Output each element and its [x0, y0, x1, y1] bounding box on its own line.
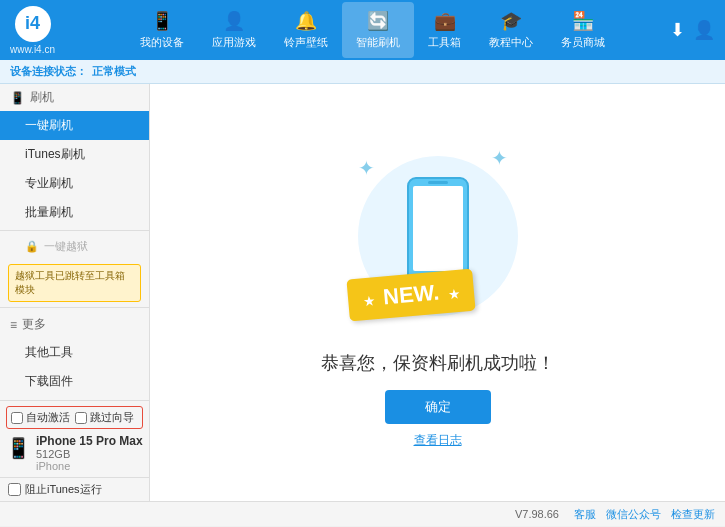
success-title: 恭喜您，保资料刷机成功啦！ — [321, 351, 555, 375]
nav-tutorials[interactable]: 🎓 教程中心 — [475, 2, 547, 58]
itunes-flash-label: iTunes刷机 — [25, 147, 85, 161]
device-name: iPhone 15 Pro Max — [36, 434, 143, 448]
sidebar-item-batch-flash[interactable]: 批量刷机 — [0, 198, 149, 227]
flash-group-label: 刷机 — [30, 89, 54, 106]
download-fw-label: 下载固件 — [25, 374, 73, 388]
device-info: 📱 iPhone 15 Pro Max 512GB iPhone — [6, 434, 143, 472]
footer-customer-service[interactable]: 客服 — [574, 507, 596, 522]
sidebar-container: 📱 刷机 一键刷机 iTunes刷机 专业刷机 批量刷机 🔒 一键越狱 — [0, 84, 150, 501]
jailbreak-label: 一键越狱 — [44, 239, 88, 254]
sidebar-item-itunes-flash[interactable]: iTunes刷机 — [0, 140, 149, 169]
batch-flash-label: 批量刷机 — [25, 205, 73, 219]
lock-icon: 🔒 — [25, 240, 39, 253]
nav-tutorials-label: 教程中心 — [489, 35, 533, 50]
sidebar-item-other-tools[interactable]: 其他工具 — [0, 338, 149, 367]
sidebar-divider-2 — [0, 307, 149, 308]
user-btn[interactable]: 👤 — [693, 19, 715, 41]
version-label: V7.98.66 — [515, 508, 559, 520]
device-details: iPhone 15 Pro Max 512GB iPhone — [36, 434, 143, 472]
sparkle-2-icon: ✦ — [491, 146, 508, 170]
logo-icon: i4 — [15, 6, 51, 42]
my-device-icon: 📱 — [151, 10, 173, 32]
view-log-link[interactable]: 查看日志 — [414, 432, 462, 449]
auto-activate-label: 自动激活 — [26, 410, 70, 425]
status-value: 正常模式 — [92, 64, 136, 79]
sparkle-1-icon: ✦ — [358, 156, 375, 180]
auto-activate-input[interactable] — [11, 412, 23, 424]
logo-url: www.i4.cn — [10, 44, 55, 55]
sidebar-divider-1 — [0, 230, 149, 231]
more-label: 更多 — [22, 316, 46, 333]
footer-check-update[interactable]: 检查更新 — [671, 507, 715, 522]
sidebar-item-pro-flash[interactable]: 专业刷机 — [0, 169, 149, 198]
apps-games-icon: 👤 — [223, 10, 245, 32]
nav-smart-flash-label: 智能刷机 — [356, 35, 400, 50]
footer-bar: V7.98.66 客服 微信公众号 检查更新 — [0, 501, 725, 526]
device-storage: 512GB — [36, 448, 143, 460]
content-area: ✦ ✦ NEW. 恭喜您，保资料刷机成功啦！ 确定 查看日志 — [150, 84, 725, 501]
sidebar-item-download-fw[interactable]: 下载固件 — [0, 367, 149, 396]
auto-guide-input[interactable] — [75, 412, 87, 424]
nav-ringtones-label: 铃声壁纸 — [284, 35, 328, 50]
download-btn[interactable]: ⬇ — [670, 19, 685, 41]
ringtones-icon: 🔔 — [295, 10, 317, 32]
sidebar-item-one-key-flash[interactable]: 一键刷机 — [0, 111, 149, 140]
status-prefix: 设备连接状态： — [10, 64, 87, 79]
nav-merchant-label: 务员商城 — [561, 35, 605, 50]
more-icon: ≡ — [10, 318, 17, 332]
nav-my-device-label: 我的设备 — [140, 35, 184, 50]
toolbox-icon: 💼 — [434, 10, 456, 32]
nav-apps-games[interactable]: 👤 应用游戏 — [198, 2, 270, 58]
tutorials-icon: 🎓 — [500, 10, 522, 32]
auto-activate-checkbox[interactable]: 自动激活 — [11, 410, 70, 425]
auto-actions-box: 自动激活 跳过向导 — [6, 406, 143, 429]
header: i4 www.i4.cn 📱 我的设备 👤 应用游戏 🔔 铃声壁纸 🔄 智能刷机… — [0, 0, 725, 60]
footer-links: 客服 微信公众号 检查更新 — [574, 507, 715, 522]
one-key-flash-label: 一键刷机 — [25, 118, 73, 132]
itunes-check-label: 阻止iTunes运行 — [25, 482, 102, 497]
main-layout: 📱 刷机 一键刷机 iTunes刷机 专业刷机 批量刷机 🔒 一键越狱 — [0, 84, 725, 501]
app-logo: i4 www.i4.cn — [10, 6, 55, 55]
nav-smart-flash[interactable]: 🔄 智能刷机 — [342, 2, 414, 58]
nav-ringtones[interactable]: 🔔 铃声壁纸 — [270, 2, 342, 58]
itunes-check-input[interactable] — [8, 483, 21, 496]
jailbreak-notice: 越狱工具已跳转至工具箱模块 — [8, 264, 141, 302]
auto-guide-label: 跳过向导 — [90, 410, 134, 425]
pro-flash-label: 专业刷机 — [25, 176, 73, 190]
itunes-check-bar: 阻止iTunes运行 — [0, 477, 149, 501]
nav-apps-label: 应用游戏 — [212, 35, 256, 50]
nav-toolbox-label: 工具箱 — [428, 35, 461, 50]
other-tools-label: 其他工具 — [25, 345, 73, 359]
sidebar-jailbreak-group: 🔒 一键越狱 — [0, 234, 149, 259]
auto-guide-checkbox[interactable]: 跳过向导 — [75, 410, 134, 425]
auto-actions-panel: 自动激活 跳过向导 📱 iPhone 15 Pro Max 512GB iPho… — [0, 400, 149, 477]
nav-my-device[interactable]: 📱 我的设备 — [126, 2, 198, 58]
sidebar-flash-group: 📱 刷机 — [0, 84, 149, 111]
svg-rect-1 — [413, 186, 463, 271]
nav-bar: 📱 我的设备 👤 应用游戏 🔔 铃声壁纸 🔄 智能刷机 💼 工具箱 🎓 教程中心… — [75, 2, 670, 58]
nav-toolbox[interactable]: 💼 工具箱 — [414, 2, 475, 58]
merchant-icon: 🏪 — [572, 10, 594, 32]
new-badge-text: NEW. — [382, 280, 440, 310]
header-right: ⬇ 👤 — [670, 19, 715, 41]
footer-wechat[interactable]: 微信公众号 — [606, 507, 661, 522]
sidebar-more-group: ≡ 更多 — [0, 311, 149, 338]
device-type: iPhone — [36, 460, 143, 472]
sidebar-nav: 📱 刷机 一键刷机 iTunes刷机 专业刷机 批量刷机 🔒 一键越狱 — [0, 84, 149, 400]
flash-group-icon: 📱 — [10, 91, 25, 105]
jailbreak-notice-text: 越狱工具已跳转至工具箱模块 — [15, 270, 125, 295]
device-phone-icon: 📱 — [6, 436, 31, 460]
smart-flash-icon: 🔄 — [367, 10, 389, 32]
success-illustration: ✦ ✦ NEW. — [338, 136, 538, 336]
svg-rect-3 — [428, 181, 448, 184]
confirm-button[interactable]: 确定 — [385, 390, 491, 424]
nav-merchant[interactable]: 🏪 务员商城 — [547, 2, 619, 58]
status-bar: 设备连接状态： 正常模式 — [0, 60, 725, 84]
